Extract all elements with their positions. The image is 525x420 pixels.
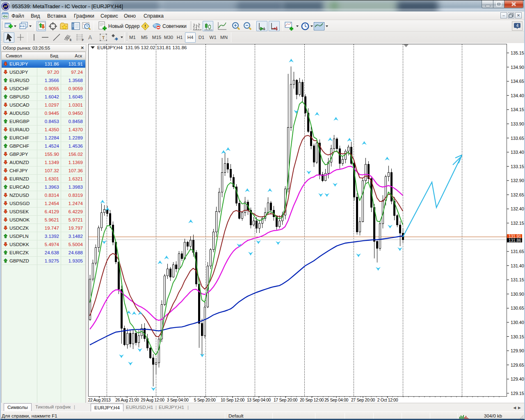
svg-text:134.40: 134.40: [511, 93, 524, 98]
svg-text:17 Sep 20:00: 17 Sep 20:00: [274, 398, 298, 402]
svg-text:10 Sep 12:00: 10 Sep 12:00: [221, 398, 245, 402]
svg-text:132.90: 132.90: [511, 178, 524, 183]
svg-text:130.90: 130.90: [511, 292, 524, 297]
svg-text:131.65: 131.65: [511, 249, 524, 254]
svg-text:132.40: 132.40: [511, 206, 524, 211]
svg-text:135.15: 135.15: [511, 50, 524, 55]
svg-text:F: F: [82, 39, 84, 41]
svg-text:129.40: 129.40: [511, 377, 524, 381]
svg-text:130.65: 130.65: [511, 306, 524, 310]
svg-text:130.15: 130.15: [511, 334, 524, 339]
svg-text:131.86: 131.86: [509, 238, 521, 243]
svg-text:20 Sep 12:00: 20 Sep 12:00: [300, 398, 324, 402]
svg-text:133.15: 133.15: [511, 164, 524, 169]
svg-text:5 Sep 20:00: 5 Sep 20:00: [194, 398, 216, 402]
svg-text:132.15: 132.15: [511, 221, 524, 226]
svg-text:134.15: 134.15: [511, 107, 524, 112]
svg-text:13 Sep 04:00: 13 Sep 04:00: [247, 398, 271, 402]
svg-text:133.90: 133.90: [511, 121, 524, 126]
svg-text:132.65: 132.65: [511, 192, 524, 197]
svg-text:134.65: 134.65: [511, 79, 524, 84]
svg-text:29 Aug 12:00: 29 Aug 12:00: [141, 398, 164, 402]
svg-text:133.65: 133.65: [511, 136, 524, 141]
svg-text:E: E: [70, 39, 72, 41]
svg-text:4: 4: [516, 23, 519, 28]
svg-text:2 Oct 12:00: 2 Oct 12:00: [377, 398, 398, 402]
svg-text:EURJPY,H4 131.95 132.02 131.8: EURJPY,H4 131.95 132.02 131.81 131.86: [97, 45, 187, 50]
svg-text:25 Sep 04:00: 25 Sep 04:00: [324, 398, 349, 402]
svg-text:131.40: 131.40: [511, 263, 524, 268]
svg-text:129.15: 129.15: [511, 391, 524, 396]
svg-text:!: !: [144, 24, 146, 29]
svg-text:129.65: 129.65: [511, 363, 524, 368]
svg-text:134.90: 134.90: [511, 65, 524, 70]
svg-text:3 Sep 04:00: 3 Sep 04:00: [167, 398, 189, 402]
svg-text:133.40: 133.40: [511, 150, 524, 155]
svg-text:129.90: 129.90: [511, 348, 524, 353]
svg-text:26 Aug 21:00: 26 Aug 21:00: [115, 398, 139, 402]
svg-text:22 Aug 2013: 22 Aug 2013: [88, 398, 111, 402]
svg-text:130.40: 130.40: [511, 320, 524, 325]
svg-text:27 Sep 20:00: 27 Sep 20:00: [351, 398, 375, 402]
svg-text:T: T: [102, 35, 105, 40]
svg-text:131.15: 131.15: [511, 277, 524, 282]
